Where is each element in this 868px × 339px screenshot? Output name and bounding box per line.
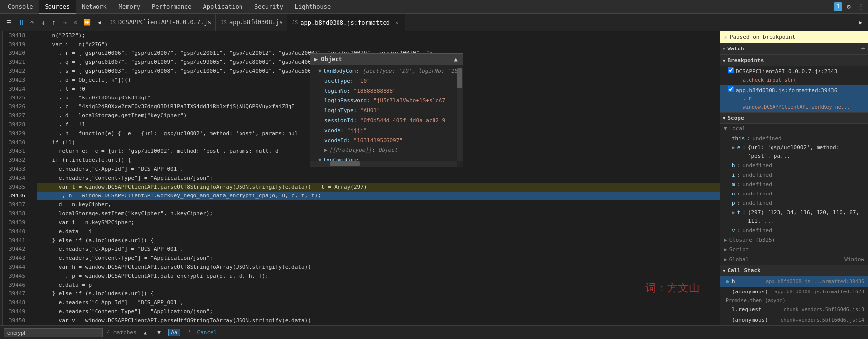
tab-security[interactable]: Security [248, 0, 289, 14]
warning-icon: ⚠ [724, 33, 728, 41]
callstack-frame-anon1[interactable]: (anonymous) app.b8fd0308.js:formatted:16… [720, 287, 868, 297]
scope-script-header[interactable]: ▶ Script [720, 245, 868, 255]
more-options-icon[interactable]: ⋮ [855, 1, 866, 12]
bottom-bar: 4 matches ▲ ▼ Aa .* Cancel [0, 325, 868, 339]
tab-memory[interactable]: Memory [113, 0, 146, 14]
popup-item-loginType: loginType: "AU01" [310, 106, 463, 116]
step-button[interactable]: → [59, 17, 70, 28]
pause-on-exceptions-button[interactable]: ⏩ [81, 17, 92, 28]
add-watch-button[interactable]: + [861, 45, 865, 52]
line-numbers: 3941839419394203942139422394233942439425… [3, 31, 33, 325]
breakpoint-checkbox-1[interactable] [728, 67, 734, 73]
popup-item-vcode: vcode: "jjjj" [310, 126, 463, 136]
popup-scrollbar-v[interactable] [457, 68, 463, 161]
callstack-frame-h[interactable]: h app.b8fd0308.js:...ormatted:39436 [720, 276, 868, 287]
scope-local-header[interactable]: ▼ Local [720, 124, 868, 134]
breakpoints-section-header[interactable]: ▼ Breakpoints [720, 55, 868, 66]
step-out-button[interactable]: ↑ [48, 17, 59, 28]
settings-icon[interactable]: ⚙ [843, 1, 854, 12]
popup-item-vcodeId: vcodeId: "1631419506097" [310, 136, 463, 145]
scope-script-label: Script [729, 245, 749, 254]
chevron-callstack: ▼ [723, 268, 725, 273]
step-over-button[interactable]: ↷ [27, 17, 38, 28]
scope-item-h: h: undefined [720, 161, 868, 170]
popup-body[interactable]: ▼txnBodyCom: {acctType: '10', loginNo: '… [310, 65, 463, 167]
scope-item-v: v: undefined [720, 226, 868, 235]
expand-icon[interactable]: ▶ [314, 56, 318, 63]
callstack-frame-anon2[interactable]: (anonymous) chunk-vendors.5bf160d6.js:14 [720, 315, 868, 325]
popup-item-acctType: acctType: "10" [310, 76, 463, 86]
bp-text-1: a.check_input_str( [743, 76, 837, 84]
case-sensitive-button[interactable]: Aa [168, 329, 180, 336]
pause-resume-button[interactable]: ⏸ [16, 17, 27, 28]
file-tab-dcsapp[interactable]: JS DCSAPPClientAPI-0.0.0.7.js [105, 14, 216, 31]
prev-match-button[interactable]: ▲ [141, 328, 150, 338]
popup-header: ▶ Object ▲ [310, 54, 463, 65]
breakpoint-checkbox-2[interactable] [728, 86, 734, 92]
scope-local-label: Local [729, 124, 746, 133]
match-count: 4 matches [107, 329, 137, 336]
scope-global-header[interactable]: ▶ Global Window [720, 255, 868, 265]
expand-pane-button[interactable]: ▶ [855, 17, 866, 28]
scope-label: Scope [727, 115, 744, 121]
cs-fn-lrequest: l.request [732, 305, 780, 314]
popup-item-prototype1[interactable]: ▶[[Prototype]]: Object [310, 145, 463, 155]
popup-scrollbar-h[interactable] [310, 161, 457, 167]
tab-performance[interactable]: Performance [146, 0, 197, 14]
file-tab-appbf[interactable]: JS app.b8fd0308.js [216, 14, 287, 31]
deactivate-breakpoints-button[interactable]: ⊘ [70, 17, 81, 28]
chevron-script: ▶ [724, 245, 727, 254]
file-tab-label-dcsapp: DCSAPPClientAPI-0.0.0.7.js [118, 19, 211, 26]
bp-file-1: DCSAPPClientAPI-0.0.0.7.js:2343 [736, 68, 837, 75]
chevron-breakpoints: ▼ [723, 58, 725, 63]
cs-file-lrequest: chunk-vendors.5bf160d6.js:3 [783, 305, 864, 314]
tab-console[interactable]: Console [2, 0, 39, 14]
search-input[interactable] [4, 328, 103, 337]
call-stack-header[interactable]: ▼ Call Stack [720, 265, 868, 276]
breakpoints-section: ▼ Breakpoints DCSAPPClientAPI-0.0.0.7.js… [720, 55, 868, 113]
step-into-button[interactable]: ↓ [38, 17, 48, 28]
top-right-buttons: 1 ⚙ ⋮ [834, 1, 866, 12]
breakpoint-item-2[interactable]: app.b8fd0308.js:formatted:39436 , n = wi… [720, 85, 868, 112]
scope-item-t[interactable]: ▶t: (297) [123, 34, 116, 120, 110, 67, 1… [720, 208, 868, 226]
scope-global-label: Global [729, 255, 749, 264]
regex-button[interactable]: .* [184, 329, 193, 336]
close-tab-button[interactable]: ✕ [393, 19, 401, 27]
callstack-frame-lrequest[interactable]: l.request chunk-vendors.5bf160d6.js:3 [720, 304, 868, 315]
tab-lighthouse[interactable]: Lighthouse [289, 0, 337, 14]
popup-item-loginNo: loginNo: "18888888888" [310, 86, 463, 96]
scope-item-e[interactable]: ▶e: {url: 'gsp/uc10002', method: 'post',… [720, 143, 868, 161]
active-frame-indicator [726, 280, 729, 283]
tab-application[interactable]: Application [197, 0, 248, 14]
scope-closure-header[interactable]: ▶ Closure (b325) [720, 235, 868, 245]
collapse-pane-button[interactable]: ◀ [94, 17, 105, 28]
sidebar-toggle-button[interactable]: ☰ [2, 15, 16, 29]
cancel-search-button[interactable]: Cancel [197, 329, 217, 336]
chevron-scope: ▼ [723, 116, 725, 121]
paused-text: Paused on breakpoint [730, 34, 795, 40]
popup-scroll-thumb-h [330, 161, 360, 166]
bp-text-2: , n = window.DCSAPPClientAPI.workKey_ne.… [743, 95, 864, 111]
scope-section-header[interactable]: ▼ Scope [720, 113, 868, 124]
scope-item-p: p: undefined [720, 198, 868, 208]
popup-section-txnBodyCom[interactable]: ▼txnBodyCom: {acctType: '10', loginNo: '… [310, 66, 463, 76]
right-panel-content[interactable]: ▶ Watch + ▼ Breakpoints DCSAPPClientAPI-… [720, 43, 868, 325]
js-file-icon: JS [110, 20, 116, 25]
watch-label: Watch [727, 46, 861, 52]
watch-section-header[interactable]: ▶ Watch + [720, 43, 868, 55]
file-tab-appbf-formatted[interactable]: JS app.b8fd0308.js:formatted ✕ [287, 14, 405, 31]
chevron-global: ▶ [724, 255, 727, 264]
next-match-button[interactable]: ▼ [154, 328, 164, 338]
file-tab-label-formatted: app.b8fd0308.js:formatted [300, 19, 390, 26]
cs-fn-anon2: (anonymous) [732, 316, 777, 324]
cs-file-anon2: chunk-vendors.5bf160d6.js:14 [780, 316, 864, 324]
tab-network[interactable]: Network [76, 0, 113, 14]
call-stack-section: ▼ Call Stack h app.b8fd0308.js:...ormatt… [720, 265, 868, 325]
scope-global-value: Window [844, 255, 864, 264]
scope-item-n: n: undefined [720, 189, 868, 198]
breakpoint-item-1[interactable]: DCSAPPClientAPI-0.0.0.7.js:2343 a.check_… [720, 66, 868, 85]
top-tab-bar: Console Sources Network Memory Performan… [0, 0, 868, 14]
popup-scroll-up[interactable]: ▲ [453, 56, 459, 62]
scope-closure-label: Closure (b325) [729, 236, 775, 244]
tab-sources[interactable]: Sources [39, 0, 76, 14]
